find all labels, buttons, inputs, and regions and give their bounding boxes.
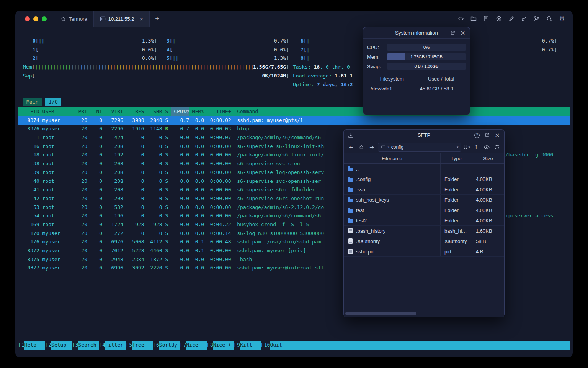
sftp-titlebar[interactable]: SFTP ? × [344, 130, 504, 141]
scrollbar-thumb[interactable] [345, 312, 416, 315]
open-in-new-icon[interactable] [449, 30, 456, 36]
col-pid[interactable]: PID [18, 107, 39, 116]
col-size[interactable]: Size [472, 153, 504, 163]
fkey-f6-label[interactable]: SortBy [159, 341, 180, 350]
forward-icon[interactable]: → [368, 143, 376, 151]
fkey-f1[interactable]: F1 [18, 341, 24, 350]
zoom-window-button[interactable] [42, 16, 47, 21]
back-icon[interactable]: ← [347, 143, 355, 151]
fkey-f10-label[interactable]: Quit [270, 341, 291, 350]
file-row[interactable]: ssh_host_keysFolder4.00KB [344, 195, 504, 205]
minimize-window-button[interactable] [33, 16, 38, 21]
home-icon[interactable] [357, 143, 366, 151]
fkey-f8[interactable]: F8 [207, 341, 213, 350]
file-row[interactable]: .sshFolder4.00KB [344, 184, 504, 195]
uptime-stat: Uptime: 7 days, 16:2 [293, 80, 353, 89]
fkey-f6[interactable]: F6 [153, 341, 159, 350]
path-breadcrumb[interactable]: › config ▾ [378, 143, 461, 152]
parent-directory-icon[interactable]: ↑ [472, 143, 480, 151]
edit-icon[interactable] [508, 15, 515, 23]
record-icon[interactable] [495, 15, 503, 23]
col-ni[interactable]: NI [87, 107, 102, 116]
fkey-f9-label[interactable]: Kill [240, 341, 261, 350]
col-pri[interactable]: PRI [69, 107, 87, 116]
fkey-f5-label[interactable]: Tree [132, 341, 153, 350]
fkey-f9[interactable]: F9 [234, 341, 240, 350]
file-row[interactable]: .configFolder4.00KB [344, 174, 504, 184]
col-res[interactable]: RES [123, 107, 144, 116]
file-row[interactable]: test2Folder4.00KB [344, 215, 504, 226]
mem-usage-row: Mem: 1.75GB / 7.65GB [367, 53, 466, 60]
show-hidden-icon[interactable] [482, 143, 491, 151]
fkey-f7-label[interactable]: Nice - [186, 341, 207, 350]
col-cpu-sorted[interactable]: CPU%▽ [171, 107, 189, 116]
folder-icon[interactable] [470, 15, 477, 23]
fkey-f7[interactable]: F7 [180, 341, 186, 350]
mem-usage-bar: 1.75GB / 7.65GB [387, 53, 466, 60]
command-overflow-text: /basedir -g 3000 [505, 151, 553, 159]
fkey-f4[interactable]: F4 [99, 341, 105, 350]
new-tab-button[interactable]: + [150, 15, 165, 23]
fkey-f3[interactable]: F3 [72, 341, 78, 350]
horizontal-scrollbar[interactable] [345, 312, 503, 315]
col-type[interactable]: Type [441, 153, 472, 163]
code-icon[interactable] [457, 15, 465, 23]
file-row[interactable]: sshd.pidpid4 B [344, 246, 504, 257]
col-virt[interactable]: VIRT [102, 107, 123, 116]
sort-arrow-icon: ▽ [186, 109, 189, 114]
col-filename[interactable]: Filename [344, 153, 441, 163]
home-icon [60, 16, 66, 22]
col-time[interactable]: TIME+ [204, 107, 231, 116]
branch-icon[interactable] [533, 15, 541, 23]
col-mem[interactable]: MEM% [189, 107, 204, 116]
file-size [472, 164, 504, 174]
search-icon[interactable] [546, 15, 553, 23]
sftp-table-header: Filename Type Size [344, 153, 504, 164]
swap-bar: Swp[0K/1024M] [23, 72, 289, 80]
process-row[interactable]: 8374myuser200729639802840S0.70.00:00.02s… [18, 116, 570, 125]
fkey-f3-label[interactable]: Search [78, 341, 100, 350]
fkey-f1-label[interactable]: Help [24, 341, 46, 350]
file-name: .Xauthority [356, 238, 380, 244]
tab-termora-home[interactable]: Termora [54, 11, 93, 27]
screen-tab-io[interactable]: I/O [45, 98, 61, 106]
refresh-icon[interactable] [493, 143, 501, 151]
folder-icon [348, 178, 353, 182]
fkey-f2-label[interactable]: Setup [51, 341, 72, 350]
open-in-new-icon[interactable] [484, 132, 490, 138]
fkey-f10[interactable]: F10 [261, 341, 270, 350]
cpu-meter-1: 1[0.0%] [33, 46, 157, 54]
file-row[interactable]: .XauthorityXauthority58 B [344, 236, 504, 246]
fkey-f4-label[interactable]: Filter [105, 341, 126, 350]
path-dropdown-icon[interactable]: ▾ [457, 145, 459, 149]
close-icon[interactable]: × [494, 132, 500, 138]
fkey-f5[interactable]: F5 [126, 341, 132, 350]
swap-usage-bar: 0 B / 1.00GB [387, 63, 466, 70]
key-icon[interactable] [520, 15, 528, 23]
fkey-f8-label[interactable]: Nice + [213, 341, 234, 350]
fkey-f2[interactable]: F2 [45, 341, 51, 350]
settings-icon[interactable]: ⚙ [558, 15, 566, 23]
col-user[interactable]: USER [42, 107, 69, 116]
screen-tab-main[interactable]: Main [23, 98, 42, 106]
tab-ssh-session[interactable]: 10.211.55.2 × [93, 11, 150, 27]
close-icon[interactable]: × [460, 30, 466, 36]
filesystem-table-header: Filesystem Used / Total [368, 74, 466, 84]
close-window-button[interactable] [25, 16, 30, 21]
file-type: pid [441, 246, 472, 256]
file-row[interactable]: testFolder4.00KB [344, 205, 504, 215]
file-row[interactable]: .. [344, 164, 504, 174]
file-size: 1.60KB [472, 226, 504, 236]
close-tab-icon[interactable]: × [140, 16, 143, 22]
tab-label: Termora [69, 16, 87, 22]
col-state[interactable]: S [162, 107, 171, 116]
load-average-stat: Load average: 1.61 1 [293, 72, 353, 80]
bookmarks-button[interactable]: ▾ [463, 145, 470, 150]
help-icon[interactable]: ? [474, 133, 480, 138]
cpu-usage-bar: 0% [387, 44, 466, 51]
sysinfo-titlebar[interactable]: System information × [363, 27, 470, 39]
col-shr[interactable]: SHR [144, 107, 162, 116]
breadcrumb-folder[interactable]: config [391, 145, 403, 150]
file-row[interactable]: .bash_historybash_hi…1.60KB [344, 226, 504, 236]
log-icon[interactable] [482, 15, 490, 23]
